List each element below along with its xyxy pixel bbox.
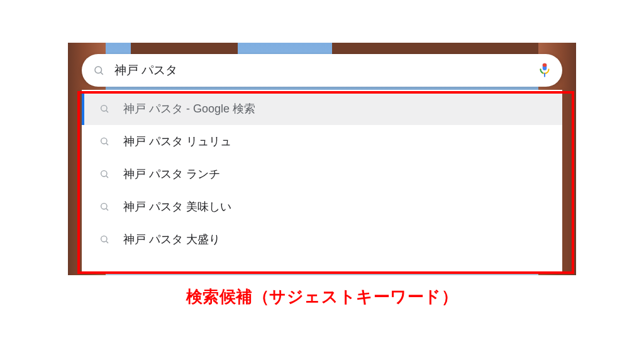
voice-search-icon[interactable] [538,62,551,79]
svg-rect-3 [543,63,547,67]
svg-line-1 [101,72,103,74]
svg-point-9 [101,171,107,177]
svg-line-6 [106,111,108,112]
suggestion-item[interactable]: 神戸 パスタ ランチ [82,158,562,190]
autocomplete-dropdown: 神戸 パスタ - Google 検索神戸 パスタ リュリュ神戸 パスタ ランチ神… [82,90,562,274]
suggestion-item[interactable]: 神戸 パスタ リュリュ [82,125,562,158]
svg-point-11 [101,204,107,209]
svg-line-14 [106,241,108,243]
suggestion-item[interactable]: 神戸 パスタ - Google 検索 [82,92,562,125]
suggestion-label: 神戸 パスタ 大盛り [123,232,220,247]
svg-line-10 [106,176,108,178]
suggestion-label: 神戸 パスタ ランチ [123,166,220,182]
annotation-caption: 検索候補（サジェストキーワード） [0,286,644,308]
svg-point-0 [95,67,102,74]
suggestion-label: 神戸 パスタ リュリュ [123,134,231,149]
search-icon [99,104,109,114]
search-icon [99,136,109,146]
svg-point-13 [101,236,107,242]
search-icon [99,202,109,212]
screenshot-frame: 神戸 パスタ - Google 検索神戸 パスタ リュリュ神戸 パスタ ランチ神… [68,43,576,275]
search-icon [93,65,104,76]
svg-line-12 [106,209,108,210]
suggestion-label: 神戸 パスタ - Google 検索 [123,101,255,116]
search-icon [99,169,109,179]
suggestion-label: 神戸 パスタ 美味しい [123,199,231,214]
suggestion-item[interactable]: 神戸 パスタ 大盛り [82,223,562,256]
svg-line-8 [106,143,108,145]
search-wrap [82,54,562,87]
svg-point-5 [101,106,107,111]
svg-point-7 [101,138,107,144]
search-bar[interactable] [82,54,562,87]
suggestion-item[interactable]: 神戸 パスタ 美味しい [82,190,562,223]
search-icon [99,234,109,244]
search-input[interactable] [114,63,538,77]
